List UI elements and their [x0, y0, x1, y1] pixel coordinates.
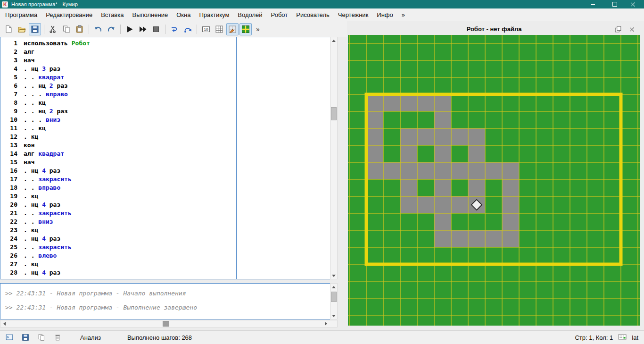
code-line[interactable]: 20. нц 4 раз [0, 201, 330, 209]
code-line[interactable]: 4. нц 3 раз [0, 65, 330, 73]
step-over-button[interactable] [182, 23, 194, 35]
menu-Вставка[interactable]: Вставка [97, 9, 128, 20]
code-token: кц [27, 193, 38, 200]
console-vertical-scrollbar[interactable] [330, 283, 338, 319]
console-button[interactable] [3, 331, 16, 344]
run-button[interactable] [124, 23, 136, 35]
line-number: 25 [0, 243, 17, 252]
menu-Редактирование[interactable]: Редактирование [41, 9, 97, 20]
save-button[interactable] [19, 331, 32, 344]
code-line[interactable]: 6. . нц 2 раз [0, 82, 330, 90]
code-line[interactable]: 14алг квадрат [0, 150, 330, 158]
code-line[interactable]: 21. . закрасить [0, 209, 330, 218]
code-line[interactable]: 15нач [0, 158, 330, 167]
code-line[interactable]: 3нач [0, 56, 330, 65]
scroll-right-arrow[interactable] [322, 320, 329, 327]
code-editor[interactable]: 1использовать Робот2алг3нач4. нц 3 раз5.… [0, 37, 330, 279]
statusbar-right: Стр: 1, Кол: 1 lat [575, 332, 638, 343]
painter-window-button[interactable] [226, 23, 239, 35]
keyboard-layout-label[interactable]: lat [632, 334, 638, 341]
copy-button[interactable] [35, 331, 48, 344]
new-file-button[interactable] [2, 23, 15, 35]
code-token: нач [24, 159, 34, 166]
code-line[interactable]: 13кон [0, 141, 330, 150]
title-bar: K Новая программа* - Кумир [0, 0, 644, 8]
menu-Инфо[interactable]: Инфо [372, 9, 397, 20]
close-button[interactable] [626, 0, 640, 8]
line-number: 11 [0, 124, 17, 133]
code-line[interactable]: 26. . влево [0, 252, 330, 260]
scroll-up-arrow[interactable] [330, 37, 337, 44]
copy-button[interactable] [60, 23, 73, 35]
io-counter-button[interactable]: 10 [200, 23, 212, 35]
line-number: 26 [0, 252, 17, 260]
painted-cell [400, 162, 417, 179]
menu-Водолей[interactable]: Водолей [233, 9, 266, 20]
line-number: 16 [0, 167, 17, 175]
code-line[interactable]: 27. кц [0, 260, 330, 268]
undo-button[interactable] [92, 23, 104, 35]
toolbar-overflow-button[interactable]: » [256, 25, 260, 33]
scroll-left-arrow[interactable] [1, 320, 8, 327]
code-token: квадрат [34, 150, 64, 157]
cut-button[interactable] [47, 23, 59, 35]
line-number: 27 [0, 260, 17, 268]
code-line[interactable]: 16. нц 4 раз [0, 167, 330, 175]
paste-button[interactable] [74, 23, 86, 35]
code-line[interactable]: 24. нц 4 раз [0, 235, 330, 243]
code-line[interactable]: 1использовать Робот [0, 39, 330, 48]
open-folder-button[interactable] [16, 23, 28, 35]
menu-Чертежник[interactable]: Чертежник [334, 9, 373, 20]
undock-icon [614, 25, 622, 34]
code-token: . . [24, 243, 34, 251]
robot-close-button[interactable] [627, 25, 637, 34]
scroll-down-arrow[interactable] [330, 272, 337, 279]
code-line[interactable]: 9. . нц 2 раз [0, 107, 330, 116]
robot-field[interactable] [348, 35, 640, 326]
save-icon [21, 333, 30, 342]
code-line[interactable]: 8. . кц [0, 99, 330, 107]
code-line[interactable]: 22. . вниз [0, 218, 330, 226]
code-line[interactable]: 19. кц [0, 192, 330, 201]
painted-cell [468, 145, 485, 162]
trash-button[interactable] [51, 331, 64, 344]
code-line[interactable]: 5. . квадрат [0, 73, 330, 82]
code-line[interactable]: 7. . . вправо [0, 90, 330, 99]
code-line[interactable]: 28. нц 4 раз [0, 268, 330, 277]
run-fast-button[interactable] [137, 23, 149, 35]
menu-»[interactable]: » [397, 9, 409, 20]
menu-Окна[interactable]: Окна [172, 9, 195, 20]
code-line[interactable]: 2алг [0, 48, 330, 56]
menu-Практикум[interactable]: Практикум [195, 9, 233, 20]
execution-log[interactable]: >> 22:43:31 - Новая программа - Начало в… [0, 283, 330, 319]
robot-window-header[interactable]: Робот - нет файла [348, 24, 640, 35]
code-line[interactable]: 10. . . вниз [0, 116, 330, 124]
code-token: нц [27, 269, 38, 276]
console-horizontal-scrollbar[interactable] [0, 320, 338, 327]
code-line[interactable]: 18. . вправо [0, 184, 330, 192]
robot-window-button[interactable] [239, 23, 252, 35]
save-button[interactable] [29, 23, 41, 35]
code-line[interactable]: 11. . кц [0, 124, 330, 133]
editor-scroll-thumb[interactable] [331, 107, 337, 120]
menu-Рисователь[interactable]: Рисователь [292, 9, 333, 20]
code-line[interactable]: 17. . закрасить [0, 175, 330, 184]
undock-button[interactable] [613, 25, 623, 34]
scroll-down-arrow[interactable] [330, 312, 337, 319]
horizontal-scroll-thumb[interactable] [163, 321, 169, 327]
menu-Робот[interactable]: Робот [267, 9, 292, 20]
scroll-up-arrow[interactable] [330, 284, 337, 290]
console-scroll-thumb[interactable] [331, 292, 337, 302]
maximize-button[interactable] [608, 0, 622, 8]
redo-button[interactable] [105, 23, 117, 35]
editor-vertical-scrollbar[interactable] [330, 37, 338, 279]
code-line[interactable]: 23. кц [0, 226, 330, 235]
code-line[interactable]: 12. кц [0, 133, 330, 141]
stop-button[interactable] [150, 23, 162, 35]
grid-window-button[interactable] [213, 23, 225, 35]
menu-Программа[interactable]: Программа [1, 9, 41, 20]
minimize-button[interactable] [586, 0, 600, 8]
step-into-button[interactable] [168, 23, 181, 35]
menu-Выполнение[interactable]: Выполнение [128, 9, 172, 20]
code-line[interactable]: 25. . закрасить [0, 243, 330, 252]
